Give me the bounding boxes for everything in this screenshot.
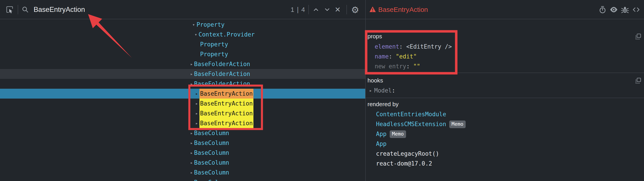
owner-link[interactable]: HeadlessCMSExtension <box>376 121 446 128</box>
collapsed-arrow-icon[interactable]: ▸ <box>196 89 198 98</box>
owner-row[interactable]: HeadlessCMSExtensionMemo <box>366 119 644 129</box>
memo-badge: Memo <box>449 120 466 128</box>
toolbar-separator <box>346 5 347 14</box>
clear-search-button[interactable]: ✕ <box>334 6 342 14</box>
search-input[interactable] <box>34 4 172 15</box>
collapsed-arrow-icon[interactable]: ▸ <box>190 59 193 69</box>
details-toolbar: BaseEntryAction <box>366 0 644 19</box>
search-match: BaseEntryAction <box>200 118 254 128</box>
new-entry-key[interactable]: new entry <box>375 63 406 70</box>
chevron-up-icon <box>312 6 319 13</box>
previous-match-button[interactable] <box>312 6 320 14</box>
tree-row-base-folder-action[interactable]: ▸ BaseFolderAction <box>0 59 365 69</box>
copy-props-button[interactable] <box>635 34 641 40</box>
props-section-title: props <box>366 33 644 40</box>
selected-component-title: BaseEntryAction <box>378 0 428 19</box>
collapsed-arrow-icon[interactable]: ▸ <box>190 148 193 158</box>
warning-triangle-icon <box>369 6 376 12</box>
tree-row-base-entry-action[interactable]: ▸ BaseEntryAction <box>0 118 365 128</box>
expanded-arrow-icon[interactable]: ▾ <box>194 30 197 40</box>
owner-link[interactable]: App <box>376 140 386 147</box>
prop-row-new-entry[interactable]: new entry: "" <box>366 62 644 71</box>
tree-row-base-column[interactable]: ▸ BaseColumn <box>0 168 365 178</box>
hook-name: Model <box>374 87 392 94</box>
collapsed-arrow-icon[interactable]: ▸ <box>190 79 193 89</box>
prop-value[interactable]: <EditEntry /> <box>406 43 452 50</box>
owner-root-label: createLegacyRoot() <box>376 150 439 157</box>
tree-row-base-column[interactable]: ▸ BaseColumn <box>0 178 365 181</box>
gear-icon: ⚙ <box>351 6 359 14</box>
eye-icon <box>610 6 618 14</box>
tree-row-base-column[interactable]: ▸ BaseColumn <box>0 158 365 168</box>
prop-value[interactable]: "" <box>413 63 420 70</box>
owner-row[interactable]: ContentEntriesModule <box>366 109 644 119</box>
suspense-toggle-button[interactable] <box>598 6 607 14</box>
collapsed-arrow-icon[interactable]: ▸ <box>190 168 193 178</box>
tree-row-base-folder-action[interactable]: ▸ BaseFolderAction <box>0 69 365 79</box>
owner-link[interactable]: ContentEntriesModule <box>376 111 446 118</box>
owner-row[interactable]: AppMemo <box>366 129 644 139</box>
toolbar-separator <box>18 5 18 14</box>
collapsed-arrow-icon[interactable]: ▸ <box>196 98 198 108</box>
log-to-console-button[interactable] <box>621 6 629 14</box>
toolbar-separator <box>308 5 309 14</box>
component-tree: ▾ Property ▾ Context.Provider Property P… <box>0 20 365 181</box>
view-source-button[interactable] <box>632 6 640 14</box>
rendered-by-section-title: rendered by <box>366 101 644 107</box>
bug-icon <box>621 6 629 14</box>
props-section: props element: <EditEntry /> name: "edit… <box>366 19 644 73</box>
search-match-current: BaseEntryAction <box>200 89 254 98</box>
search-match: BaseEntryAction <box>200 98 254 108</box>
tree-row-base-column[interactable]: ▸ BaseColumn <box>0 138 365 148</box>
code-brackets-icon <box>632 6 640 14</box>
copy-icon <box>635 78 641 84</box>
close-icon: ✕ <box>335 6 341 13</box>
inspect-element-icon <box>6 6 14 14</box>
tree-row-property[interactable]: Property <box>0 40 365 49</box>
rendered-by-section: rendered by ContentEntriesModule Headles… <box>366 98 644 168</box>
tree-row-base-entry-action[interactable]: ▸ BaseEntryAction <box>0 98 365 108</box>
search-icon <box>22 6 29 14</box>
inspect-dom-button[interactable] <box>610 6 618 14</box>
owner-row[interactable]: App <box>366 139 644 149</box>
collapsed-arrow-icon[interactable]: ▸ <box>190 138 193 148</box>
tree-toolbar: 1 | 4 ✕ ⚙ <box>0 0 365 19</box>
owner-row[interactable]: react-dom@17.0.2 <box>366 158 644 168</box>
component-details-panel: BaseEntryAction <box>366 0 644 181</box>
tree-row-base-folder-action[interactable]: ▸ BaseFolderAction <box>0 79 365 89</box>
collapsed-arrow-icon[interactable]: ▸ <box>196 108 198 118</box>
tree-row-property[interactable]: ▾ Property <box>0 20 365 30</box>
collapsed-arrow-icon[interactable]: ▸ <box>196 118 198 128</box>
chevron-down-icon <box>324 6 330 13</box>
copy-hooks-button[interactable] <box>635 78 641 84</box>
prop-row-name[interactable]: name: "edit" <box>366 52 644 62</box>
collapsed-arrow-icon[interactable]: ▸ <box>190 178 193 181</box>
owner-row[interactable]: createLegacyRoot() <box>366 149 644 158</box>
stopwatch-icon <box>598 6 606 14</box>
collapsed-arrow-icon[interactable]: ▸ <box>190 158 193 168</box>
owner-link[interactable]: App <box>376 130 386 137</box>
react-devtools-window: 1 | 4 ✕ ⚙ ▾ Property <box>0 0 644 181</box>
inspect-element-button[interactable] <box>6 6 14 14</box>
search-result-count: 1 | 4 <box>290 0 306 19</box>
collapsed-arrow-icon[interactable]: ▸ <box>190 128 193 138</box>
next-match-button[interactable] <box>323 6 331 14</box>
tree-row-base-entry-action-selected[interactable]: ▸ BaseEntryAction <box>0 89 365 98</box>
prop-key: name <box>375 53 389 60</box>
prop-row-element[interactable]: element: <EditEntry /> <box>366 42 644 52</box>
settings-button[interactable]: ⚙ <box>350 5 360 15</box>
tree-row-context-provider[interactable]: ▾ Context.Provider <box>0 30 365 40</box>
tree-row-base-column[interactable]: ▸ BaseColumn <box>0 128 365 138</box>
tree-row-base-entry-action[interactable]: ▸ BaseEntryAction <box>0 108 365 118</box>
tree-row-base-column[interactable]: ▸ BaseColumn <box>0 148 365 158</box>
memo-badge: Memo <box>390 130 406 138</box>
tree-row-property[interactable]: Property <box>0 49 365 59</box>
components-tree-panel: 1 | 4 ✕ ⚙ ▾ Property <box>0 0 365 181</box>
prop-value[interactable]: "edit" <box>396 53 417 60</box>
collapsed-arrow-icon[interactable]: ▸ <box>369 86 372 96</box>
expanded-arrow-icon[interactable]: ▾ <box>192 20 195 30</box>
search-match: BaseEntryAction <box>200 108 254 118</box>
collapsed-arrow-icon[interactable]: ▸ <box>190 69 193 79</box>
hook-row-model[interactable]: ▸ Model: <box>366 86 644 96</box>
owner-version-label: react-dom@17.0.2 <box>376 160 432 167</box>
